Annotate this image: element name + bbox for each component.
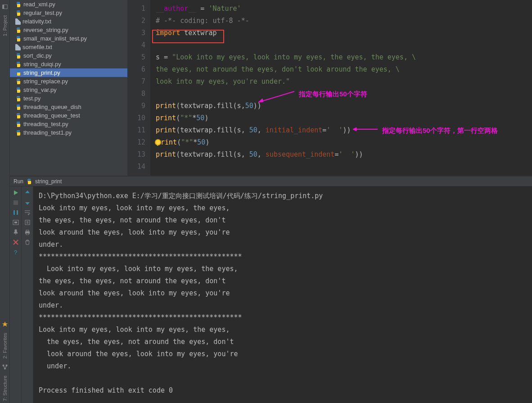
tree-file-item[interactable]: reverse_string.py: [10, 26, 127, 34]
file-name-label: string_print.py: [23, 69, 60, 76]
help-icon[interactable]: ?: [12, 249, 19, 256]
line-number: 13: [128, 149, 145, 161]
tree-file-item[interactable]: sort_dic.py: [10, 51, 127, 60]
code-token: 'Nature': [208, 5, 241, 13]
close-icon[interactable]: [12, 239, 19, 246]
up-icon[interactable]: [24, 189, 31, 196]
text-file-icon: [15, 44, 21, 50]
tree-file-item[interactable]: threading_queue_dish: [10, 103, 127, 111]
stop-icon[interactable]: [12, 199, 19, 206]
project-pane-icon[interactable]: [2, 4, 8, 10]
tree-file-item[interactable]: read_xml.py: [10, 0, 127, 9]
tree-file-item[interactable]: string_duiqi.py: [10, 60, 127, 68]
line-number: 2: [128, 15, 145, 27]
file-name-label: sort_dic.py: [23, 52, 52, 59]
code-token: print: [156, 102, 176, 110]
python-file-icon: [15, 130, 22, 136]
tree-file-item[interactable]: string_var.py: [10, 86, 127, 94]
scroll-icon[interactable]: [24, 219, 31, 226]
code-token: )): [355, 150, 363, 158]
file-name-label: read_xml.py: [23, 1, 55, 8]
pin-icon[interactable]: [12, 229, 19, 236]
code-token: *: [192, 114, 196, 122]
console-output[interactable]: D:\Python34\python.exe E:/学习/重定向接口测试培训/代…: [33, 186, 532, 403]
settings-icon[interactable]: [12, 219, 19, 226]
run-toolbar-left: ?: [10, 186, 22, 403]
code-token: "Look into my eyes, look into my eyes, t…: [172, 53, 416, 61]
down-icon[interactable]: [24, 199, 31, 206]
code-token: __author__: [156, 5, 196, 13]
favorites-icon[interactable]: [2, 321, 8, 327]
pause-icon[interactable]: [12, 209, 19, 216]
file-name-label: small_max_inlist_test.py: [23, 35, 87, 42]
code-token: "*": [181, 138, 193, 146]
svg-rect-10: [14, 210, 15, 215]
file-name-label: regular_test.py: [23, 9, 62, 16]
line-number: 1: [128, 3, 145, 15]
code-token: # -*- coding: utf-8 -*-: [156, 17, 249, 25]
line-number: 14: [128, 161, 145, 173]
run-toolbar-right: [22, 186, 33, 403]
structure-icon[interactable]: [2, 364, 8, 370]
code-token: s =: [156, 53, 172, 61]
run-panel-header[interactable]: Run string_print: [10, 177, 532, 186]
code-token: (: [177, 138, 181, 146]
tree-file-item[interactable]: somefile.txt: [10, 43, 127, 51]
line-number: 12: [128, 136, 145, 149]
rerun-icon[interactable]: [12, 189, 19, 196]
python-file-icon: [26, 178, 32, 185]
project-tree[interactable]: read_xml.pyregular_test.pyrelativity.txt…: [10, 0, 128, 176]
tree-file-item[interactable]: small_max_inlist_test.py: [10, 34, 127, 43]
editor-code-area[interactable]: __author__ = 'Nature' # -*- coding: utf-…: [150, 0, 532, 176]
code-token: import: [156, 29, 180, 37]
code-token: (textwrap.fill(s,: [176, 126, 249, 134]
tree-file-item[interactable]: relativity.txt: [10, 17, 127, 26]
code-token: print: [156, 150, 176, 158]
intention-bulb-icon[interactable]: [155, 139, 161, 145]
file-name-label: test.py: [23, 95, 41, 102]
python-file-icon: [15, 10, 22, 16]
python-file-icon: [15, 36, 22, 42]
text-file-icon: [15, 18, 21, 25]
python-file-icon: [15, 113, 22, 119]
python-file-icon: [15, 1, 22, 8]
python-file-icon: [15, 87, 22, 93]
python-file-icon: [15, 121, 22, 127]
code-token: 50: [249, 150, 257, 158]
svg-rect-13: [14, 222, 17, 223]
print-icon[interactable]: [24, 229, 31, 236]
code-token: =: [322, 126, 326, 134]
code-token: ,: [257, 126, 266, 134]
tree-file-item[interactable]: test.py: [10, 94, 127, 103]
code-token: (textwrap.fill(s,: [176, 150, 249, 158]
structure-tab[interactable]: 7: Structure: [2, 374, 8, 403]
code-token: *: [193, 138, 197, 146]
run-config-name: string_print: [35, 178, 62, 185]
tree-file-item[interactable]: threading_test.py: [10, 120, 127, 128]
svg-rect-1: [2, 5, 4, 9]
tree-file-item[interactable]: string_print.py: [10, 68, 127, 77]
wrap-icon[interactable]: [24, 209, 31, 216]
clear-icon[interactable]: [24, 239, 31, 246]
code-token: 50: [196, 114, 204, 122]
code-token: the eyes, not around the eyes, don't loo…: [156, 65, 400, 73]
code-editor[interactable]: 1234567891011121314 __author__ = 'Nature…: [128, 0, 532, 176]
line-number: 7: [128, 76, 145, 88]
code-token: ): [204, 114, 208, 122]
code-token: initial_indent: [266, 126, 322, 134]
tree-file-item[interactable]: threading_queue_test: [10, 111, 127, 120]
svg-rect-17: [26, 230, 29, 231]
project-tab[interactable]: 1: Project: [2, 14, 8, 38]
python-file-icon: [15, 95, 22, 102]
tree-file-item[interactable]: string_replace.py: [10, 77, 127, 86]
svg-rect-18: [26, 233, 29, 235]
code-token: look into my eyes, you're under.": [156, 77, 290, 86]
favorites-tab[interactable]: 2: Favorites: [2, 331, 8, 360]
code-token: ' ': [338, 150, 355, 158]
code-token: ' ': [326, 126, 343, 134]
file-name-label: relativity.txt: [23, 18, 51, 25]
tree-file-item[interactable]: threading_test1.py: [10, 128, 127, 137]
tree-file-item[interactable]: regular_test.py: [10, 9, 127, 17]
file-name-label: threading_queue_dish: [23, 104, 81, 110]
line-number: 6: [128, 63, 145, 76]
